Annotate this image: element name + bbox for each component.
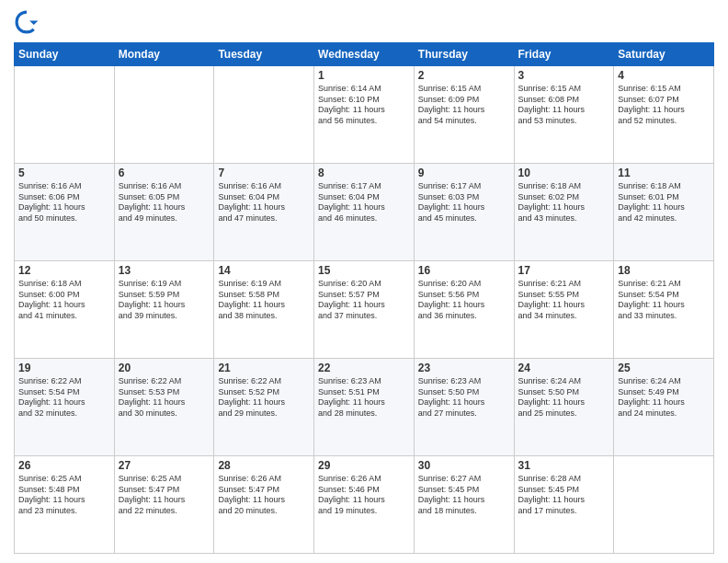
- calendar-cell: 5Sunrise: 6:16 AM Sunset: 6:06 PM Daylig…: [15, 164, 115, 261]
- day-info: Sunrise: 6:16 AM Sunset: 6:06 PM Dayligh…: [18, 181, 110, 224]
- svg-marker-0: [29, 20, 38, 25]
- calendar-cell: 24Sunrise: 6:24 AM Sunset: 5:50 PM Dayli…: [514, 359, 614, 456]
- calendar-header-row: SundayMondayTuesdayWednesdayThursdayFrid…: [15, 43, 714, 66]
- day-number: 10: [518, 167, 610, 179]
- day-number: 11: [618, 167, 710, 179]
- calendar-cell: 4Sunrise: 6:15 AM Sunset: 6:07 PM Daylig…: [614, 66, 714, 164]
- day-info: Sunrise: 6:28 AM Sunset: 5:45 PM Dayligh…: [518, 474, 610, 517]
- calendar-week-1: 1Sunrise: 6:14 AM Sunset: 6:10 PM Daylig…: [15, 66, 714, 164]
- calendar-cell: 30Sunrise: 6:27 AM Sunset: 5:45 PM Dayli…: [414, 456, 514, 554]
- calendar-cell: 25Sunrise: 6:24 AM Sunset: 5:49 PM Dayli…: [614, 359, 714, 456]
- day-number: 19: [18, 362, 110, 374]
- day-info: Sunrise: 6:19 AM Sunset: 5:58 PM Dayligh…: [218, 279, 310, 322]
- logo: [14, 9, 43, 35]
- day-number: 17: [518, 264, 610, 277]
- calendar-cell: [114, 66, 214, 164]
- day-info: Sunrise: 6:22 AM Sunset: 5:52 PM Dayligh…: [218, 376, 310, 419]
- day-number: 27: [119, 459, 210, 472]
- day-number: 1: [318, 69, 410, 82]
- calendar-cell: 18Sunrise: 6:21 AM Sunset: 5:54 PM Dayli…: [614, 261, 714, 359]
- calendar-cell: [614, 456, 714, 554]
- calendar-cell: 21Sunrise: 6:22 AM Sunset: 5:52 PM Dayli…: [214, 359, 314, 456]
- day-number: 5: [18, 167, 110, 179]
- calendar-cell: 11Sunrise: 6:18 AM Sunset: 6:01 PM Dayli…: [614, 164, 714, 261]
- calendar-cell: 22Sunrise: 6:23 AM Sunset: 5:51 PM Dayli…: [314, 359, 415, 456]
- calendar-cell: 20Sunrise: 6:22 AM Sunset: 5:53 PM Dayli…: [114, 359, 214, 456]
- day-number: 2: [418, 69, 510, 82]
- day-number: 31: [518, 459, 610, 472]
- day-number: 15: [318, 264, 410, 277]
- day-info: Sunrise: 6:15 AM Sunset: 6:08 PM Dayligh…: [518, 84, 610, 127]
- calendar-cell: 16Sunrise: 6:20 AM Sunset: 5:56 PM Dayli…: [414, 261, 514, 359]
- day-number: 9: [418, 167, 510, 179]
- day-number: 16: [418, 264, 510, 277]
- calendar-cell: 15Sunrise: 6:20 AM Sunset: 5:57 PM Dayli…: [314, 261, 415, 359]
- day-number: 24: [518, 362, 610, 374]
- calendar-cell: 31Sunrise: 6:28 AM Sunset: 5:45 PM Dayli…: [514, 456, 614, 554]
- day-info: Sunrise: 6:16 AM Sunset: 6:05 PM Dayligh…: [119, 181, 210, 224]
- day-number: 12: [18, 264, 110, 277]
- day-info: Sunrise: 6:22 AM Sunset: 5:53 PM Dayligh…: [119, 376, 210, 419]
- page: SundayMondayTuesdayWednesdayThursdayFrid…: [0, 0, 728, 563]
- day-info: Sunrise: 6:23 AM Sunset: 5:50 PM Dayligh…: [418, 376, 510, 419]
- calendar-cell: 29Sunrise: 6:26 AM Sunset: 5:46 PM Dayli…: [314, 456, 415, 554]
- calendar-cell: 9Sunrise: 6:17 AM Sunset: 6:03 PM Daylig…: [414, 164, 514, 261]
- calendar-cell: 2Sunrise: 6:15 AM Sunset: 6:09 PM Daylig…: [414, 66, 514, 164]
- day-number: 30: [418, 459, 510, 472]
- day-info: Sunrise: 6:22 AM Sunset: 5:54 PM Dayligh…: [18, 376, 110, 419]
- calendar-cell: 3Sunrise: 6:15 AM Sunset: 6:08 PM Daylig…: [514, 66, 614, 164]
- day-info: Sunrise: 6:24 AM Sunset: 5:49 PM Dayligh…: [618, 376, 710, 419]
- day-info: Sunrise: 6:26 AM Sunset: 5:46 PM Dayligh…: [318, 474, 410, 517]
- day-info: Sunrise: 6:24 AM Sunset: 5:50 PM Dayligh…: [518, 376, 610, 419]
- day-number: 21: [218, 362, 310, 374]
- calendar-cell: 8Sunrise: 6:17 AM Sunset: 6:04 PM Daylig…: [314, 164, 415, 261]
- weekday-header-saturday: Saturday: [614, 43, 714, 66]
- weekday-header-tuesday: Tuesday: [214, 43, 314, 66]
- calendar-cell: 17Sunrise: 6:21 AM Sunset: 5:55 PM Dayli…: [514, 261, 614, 359]
- calendar-cell: [214, 66, 314, 164]
- day-info: Sunrise: 6:19 AM Sunset: 5:59 PM Dayligh…: [119, 279, 210, 322]
- calendar-cell: 14Sunrise: 6:19 AM Sunset: 5:58 PM Dayli…: [214, 261, 314, 359]
- calendar-week-4: 19Sunrise: 6:22 AM Sunset: 5:54 PM Dayli…: [15, 359, 714, 456]
- day-number: 25: [618, 362, 710, 374]
- day-number: 3: [518, 69, 610, 82]
- day-number: 18: [618, 264, 710, 277]
- calendar-table: SundayMondayTuesdayWednesdayThursdayFrid…: [14, 42, 714, 554]
- day-number: 29: [318, 459, 410, 472]
- weekday-header-monday: Monday: [114, 43, 214, 66]
- weekday-header-thursday: Thursday: [414, 43, 514, 66]
- day-info: Sunrise: 6:20 AM Sunset: 5:57 PM Dayligh…: [318, 279, 410, 322]
- day-number: 28: [218, 459, 310, 472]
- day-number: 26: [18, 459, 110, 472]
- day-number: 6: [119, 167, 210, 179]
- calendar-cell: 23Sunrise: 6:23 AM Sunset: 5:50 PM Dayli…: [414, 359, 514, 456]
- day-number: 23: [418, 362, 510, 374]
- calendar-cell: 10Sunrise: 6:18 AM Sunset: 6:02 PM Dayli…: [514, 164, 614, 261]
- calendar-week-5: 26Sunrise: 6:25 AM Sunset: 5:48 PM Dayli…: [15, 456, 714, 554]
- day-info: Sunrise: 6:20 AM Sunset: 5:56 PM Dayligh…: [418, 279, 510, 322]
- day-info: Sunrise: 6:21 AM Sunset: 5:55 PM Dayligh…: [518, 279, 610, 322]
- calendar-cell: 7Sunrise: 6:16 AM Sunset: 6:04 PM Daylig…: [214, 164, 314, 261]
- day-number: 22: [318, 362, 410, 374]
- day-info: Sunrise: 6:15 AM Sunset: 6:07 PM Dayligh…: [618, 84, 710, 127]
- day-number: 20: [119, 362, 210, 374]
- day-number: 14: [218, 264, 310, 277]
- weekday-header-friday: Friday: [514, 43, 614, 66]
- calendar-cell: 13Sunrise: 6:19 AM Sunset: 5:59 PM Dayli…: [114, 261, 214, 359]
- day-number: 8: [318, 167, 410, 179]
- day-info: Sunrise: 6:17 AM Sunset: 6:04 PM Dayligh…: [318, 181, 410, 224]
- day-number: 7: [218, 167, 310, 179]
- header: [14, 9, 714, 35]
- calendar-cell: 28Sunrise: 6:26 AM Sunset: 5:47 PM Dayli…: [214, 456, 314, 554]
- day-info: Sunrise: 6:25 AM Sunset: 5:47 PM Dayligh…: [119, 474, 210, 517]
- calendar-cell: 12Sunrise: 6:18 AM Sunset: 6:00 PM Dayli…: [15, 261, 115, 359]
- day-info: Sunrise: 6:18 AM Sunset: 6:00 PM Dayligh…: [18, 279, 110, 322]
- day-info: Sunrise: 6:17 AM Sunset: 6:03 PM Dayligh…: [418, 181, 510, 224]
- calendar-week-3: 12Sunrise: 6:18 AM Sunset: 6:00 PM Dayli…: [15, 261, 714, 359]
- weekday-header-sunday: Sunday: [15, 43, 115, 66]
- day-info: Sunrise: 6:14 AM Sunset: 6:10 PM Dayligh…: [318, 84, 410, 127]
- calendar-cell: 19Sunrise: 6:22 AM Sunset: 5:54 PM Dayli…: [15, 359, 115, 456]
- calendar-week-2: 5Sunrise: 6:16 AM Sunset: 6:06 PM Daylig…: [15, 164, 714, 261]
- day-info: Sunrise: 6:16 AM Sunset: 6:04 PM Dayligh…: [218, 181, 310, 224]
- day-info: Sunrise: 6:18 AM Sunset: 6:02 PM Dayligh…: [518, 181, 610, 224]
